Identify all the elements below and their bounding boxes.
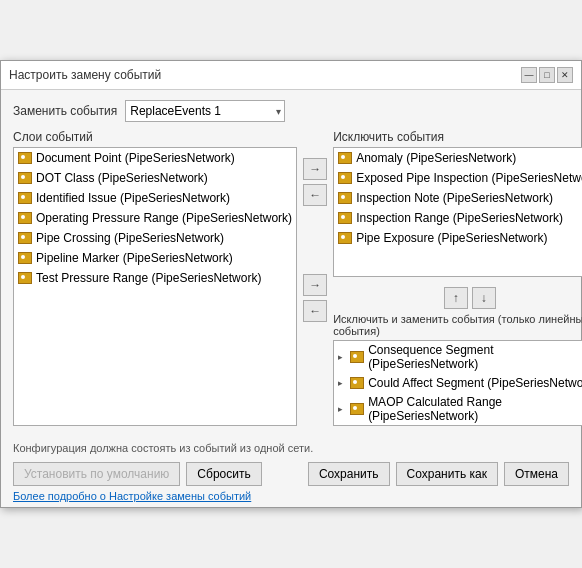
move-right-bottom-button[interactable]: → <box>303 274 327 296</box>
right-top-list-box[interactable]: Anomaly (PipeSeriesNetwork) Exposed Pipe… <box>333 147 582 277</box>
panels-row: Слои событий Document Point (PipeSeriesN… <box>13 130 569 426</box>
list-item[interactable]: ▸ Consequence Segment (PipeSeriesNetwork… <box>334 341 582 373</box>
footer-note: Конфигурация должна состоять из событий … <box>13 442 569 454</box>
list-item[interactable]: Inspection Range (PipeSeriesNetwork) <box>334 208 582 228</box>
footer-buttons: Установить по умолчанию Сбросить Сохрани… <box>13 462 569 486</box>
replace-events-label: Заменить события <box>13 104 117 118</box>
dialog-content: Заменить события ReplaceEvents 1 Слои со… <box>1 90 581 436</box>
footer: Конфигурация должна состоять из событий … <box>1 436 581 507</box>
title-bar: Настроить замену событий — □ ✕ <box>1 61 581 90</box>
save-as-button[interactable]: Сохранить как <box>396 462 498 486</box>
move-down-button[interactable]: ↓ <box>472 287 496 309</box>
list-item[interactable]: Inspection Note (PipeSeriesNetwork) <box>334 188 582 208</box>
list-item[interactable]: Pipe Crossing (PipeSeriesNetwork) <box>14 228 296 248</box>
help-link[interactable]: Более подробно о Настройке замены событи… <box>13 490 251 502</box>
list-item[interactable]: Pipe Exposure (PipeSeriesNetwork) <box>334 228 582 248</box>
event-icon <box>350 376 364 390</box>
event-icon <box>338 231 352 245</box>
right-top-label: Исключить события <box>333 130 582 144</box>
cancel-button[interactable]: Отмена <box>504 462 569 486</box>
event-icon <box>338 171 352 185</box>
reset-button[interactable]: Сбросить <box>186 462 261 486</box>
move-right-button[interactable]: → <box>303 158 327 180</box>
minimize-button[interactable]: — <box>521 67 537 83</box>
replace-events-select-wrapper: ReplaceEvents 1 <box>125 100 285 122</box>
left-events-panel: Слои событий Document Point (PipeSeriesN… <box>13 130 297 426</box>
event-icon <box>350 350 364 364</box>
event-icon <box>18 271 32 285</box>
right-bottom-list-box[interactable]: ▸ Consequence Segment (PipeSeriesNetwork… <box>333 340 582 426</box>
move-up-button[interactable]: ↑ <box>444 287 468 309</box>
tree-arrow-icon: ▸ <box>338 404 350 414</box>
up-down-row: ↑ ↓ <box>333 287 582 309</box>
maximize-button[interactable]: □ <box>539 67 555 83</box>
window-title: Настроить замену событий <box>9 68 161 82</box>
replace-events-select[interactable]: ReplaceEvents 1 <box>125 100 285 122</box>
event-icon <box>338 191 352 205</box>
event-icon <box>18 251 32 265</box>
list-item[interactable]: Document Point (PipeSeriesNetwork) <box>14 148 296 168</box>
move-left-bottom-button[interactable]: ← <box>303 300 327 322</box>
event-icon <box>18 211 32 225</box>
event-icon <box>18 171 32 185</box>
set-default-button[interactable]: Установить по умолчанию <box>13 462 180 486</box>
list-item[interactable]: Test Pressure Range (PipeSeriesNetwork) <box>14 268 296 288</box>
left-panel-label: Слои событий <box>13 130 297 144</box>
event-icon <box>338 151 352 165</box>
event-icon <box>18 151 32 165</box>
right-bottom-label: Исключить и заменить события (только лин… <box>333 313 582 337</box>
tree-arrow-icon: ▸ <box>338 378 350 388</box>
list-item[interactable]: Identified Issue (PipeSeriesNetwork) <box>14 188 296 208</box>
right-top-panel: Исключить события Anomaly (PipeSeriesNet… <box>333 130 582 277</box>
move-left-button[interactable]: ← <box>303 184 327 206</box>
middle-buttons-top: → ← → ← <box>297 130 333 426</box>
list-item[interactable]: DOT Class (PipeSeriesNetwork) <box>14 168 296 188</box>
close-button[interactable]: ✕ <box>557 67 573 83</box>
event-icon <box>350 402 364 416</box>
main-window: Настроить замену событий — □ ✕ Заменить … <box>0 60 582 508</box>
event-icon <box>18 231 32 245</box>
replace-events-row: Заменить события ReplaceEvents 1 <box>13 100 569 122</box>
list-item[interactable]: ▸ MAOP Calculated Range (PipeSeriesNetwo… <box>334 393 582 425</box>
right-events-panel: Исключить события Anomaly (PipeSeriesNet… <box>333 130 582 426</box>
list-item[interactable]: Exposed Pipe Inspection (PipeSeriesNetwo… <box>334 168 582 188</box>
save-button[interactable]: Сохранить <box>308 462 390 486</box>
window-controls: — □ ✕ <box>521 67 573 83</box>
right-bottom-panel: Исключить и заменить события (только лин… <box>333 313 582 426</box>
left-list-box[interactable]: Document Point (PipeSeriesNetwork) DOT C… <box>13 147 297 426</box>
list-item[interactable]: Pipeline Marker (PipeSeriesNetwork) <box>14 248 296 268</box>
event-icon <box>338 211 352 225</box>
tree-arrow-icon: ▸ <box>338 352 350 362</box>
list-item[interactable]: Anomaly (PipeSeriesNetwork) <box>334 148 582 168</box>
list-item[interactable]: ▸ Could Affect Segment (PipeSeriesNetwor… <box>334 373 582 393</box>
event-icon <box>18 191 32 205</box>
list-item[interactable]: Operating Pressure Range (PipeSeriesNetw… <box>14 208 296 228</box>
